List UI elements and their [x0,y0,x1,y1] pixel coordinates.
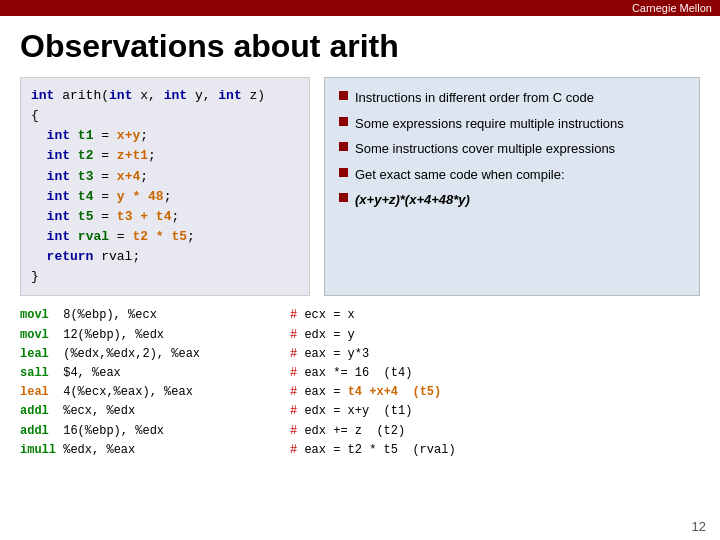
code-line-7: int t5 = t3 + t4; [31,207,299,227]
bullet-icon-2 [339,117,348,126]
bullet-text-5: (x+y+z)*(x+4+48*y) [355,190,470,210]
header-bar: Carnegie Mellon [0,0,720,16]
code-line-8: int rval = t2 * t5; [31,227,299,247]
content-area: int arith(int x, int y, int z) { int t1 … [20,77,700,296]
asm-line-5: leal 4(%ecx,%eax), %eax [20,383,280,402]
code-line-5: int t3 = x+4; [31,167,299,187]
asm-comment-7: # edx += z (t2) [290,422,700,441]
asm-line-3: leal (%edx,%edx,2), %eax [20,345,280,364]
bullet-text-2: Some expressions require multiple instru… [355,114,624,134]
asm-comment-6: # edx = x+y (t1) [290,402,700,421]
header-title: Carnegie Mellon [632,2,712,14]
asm-comment-2: # edx = y [290,326,700,345]
asm-section: movl 8(%ebp), %ecx movl 12(%ebp), %edx l… [20,306,700,460]
bullet-item-4: Get exact same code when compile: [339,165,685,185]
bullet-item-3: Some instructions cover multiple express… [339,139,685,159]
code-line-6: int t4 = y * 48; [31,187,299,207]
code-line-9: return rval; [31,247,299,267]
asm-line-6: addl %ecx, %edx [20,402,280,421]
asm-comments: # ecx = x # edx = y # eax = y*3 # eax *=… [280,306,700,460]
code-line-3: int t1 = x+y; [31,126,299,146]
asm-comment-8: # eax = t2 * t5 (rval) [290,441,700,460]
slide-number: 12 [692,519,706,534]
asm-comment-3: # eax = y*3 [290,345,700,364]
asm-line-8: imull %edx, %eax [20,441,280,460]
code-line-4: int t2 = z+t1; [31,146,299,166]
asm-line-4: sall $4, %eax [20,364,280,383]
asm-line-7: addl 16(%ebp), %edx [20,422,280,441]
bullet-item-5: (x+y+z)*(x+4+48*y) [339,190,685,210]
code-line-1: int arith(int x, int y, int z) [31,86,299,106]
bullet-item-1: Instructions in different order from C c… [339,88,685,108]
asm-comment-5: # eax = t4 +x+4 (t5) [290,383,700,402]
main-content: Observations about arith int arith(int x… [0,16,720,468]
page-title: Observations about arith [20,28,700,65]
bullet-icon-3 [339,142,348,151]
asm-line-1: movl 8(%ebp), %ecx [20,306,280,325]
code-block: int arith(int x, int y, int z) { int t1 … [20,77,310,296]
code-line-10: } [31,267,299,287]
bullet-icon-4 [339,168,348,177]
asm-comment-4: # eax *= 16 (t4) [290,364,700,383]
bullet-text-1: Instructions in different order from C c… [355,88,594,108]
bullet-icon-5 [339,193,348,202]
bullet-box: Instructions in different order from C c… [324,77,700,296]
bullet-text-4: Get exact same code when compile: [355,165,565,185]
asm-line-2: movl 12(%ebp), %edx [20,326,280,345]
asm-comment-1: # ecx = x [290,306,700,325]
code-line-2: { [31,106,299,126]
bullet-icon-1 [339,91,348,100]
bullet-text-3: Some instructions cover multiple express… [355,139,615,159]
asm-instructions: movl 8(%ebp), %ecx movl 12(%ebp), %edx l… [20,306,280,460]
bullet-item-2: Some expressions require multiple instru… [339,114,685,134]
